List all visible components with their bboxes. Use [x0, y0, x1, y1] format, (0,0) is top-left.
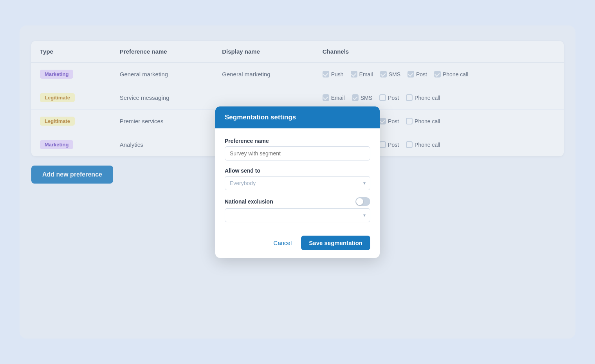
allow-send-to-label: Allow send to — [225, 168, 370, 174]
modal-footer: Cancel Save segmentation — [215, 229, 380, 258]
segmentation-settings-modal: Segmentation settings Preference name Al… — [215, 106, 380, 258]
preference-name-input[interactable] — [225, 146, 370, 160]
preference-name-label: Preference name — [225, 138, 370, 144]
national-exclusion-toggle[interactable] — [355, 197, 370, 206]
national-exclusion-group: National exclusion ▾ — [225, 197, 370, 222]
modal-body: Preference name Allow send to Everybody … — [215, 128, 380, 229]
modal-title: Segmentation settings — [225, 114, 296, 121]
national-exclusion-label: National exclusion — [225, 198, 273, 205]
national-exclusion-select-wrapper: ▾ — [225, 208, 370, 222]
preference-name-group: Preference name — [225, 138, 370, 160]
page-wrapper: Type Preference name Display name Channe… — [20, 25, 575, 339]
national-exclusion-select[interactable] — [225, 208, 370, 222]
allow-send-to-select[interactable]: Everybody Specific segment Nobody — [225, 176, 370, 190]
national-exclusion-row: National exclusion — [225, 197, 370, 206]
modal-overlay: Segmentation settings Preference name Al… — [20, 25, 575, 339]
allow-send-to-group: Allow send to Everybody Specific segment… — [225, 168, 370, 190]
modal-header: Segmentation settings — [215, 106, 380, 128]
allow-send-to-wrapper: Everybody Specific segment Nobody ▾ — [225, 176, 370, 190]
save-segmentation-button[interactable]: Save segmentation — [301, 236, 370, 250]
cancel-button[interactable]: Cancel — [269, 236, 297, 249]
